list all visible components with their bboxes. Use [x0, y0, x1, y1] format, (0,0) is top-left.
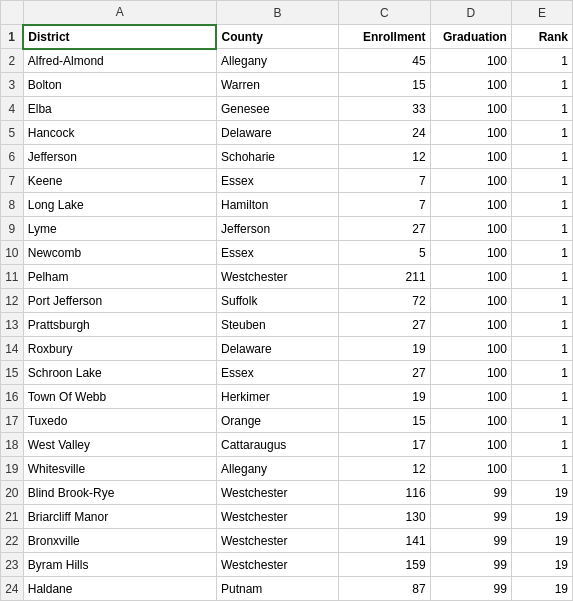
cell-enrollment[interactable]: 19 — [339, 385, 431, 409]
cell-graduation[interactable]: 99 — [430, 481, 511, 505]
cell-district[interactable]: Long Lake — [23, 193, 216, 217]
cell-county[interactable]: Allegany — [216, 49, 338, 73]
cell-county[interactable]: Essex — [216, 241, 338, 265]
cell-graduation[interactable]: 99 — [430, 553, 511, 577]
cell-graduation[interactable]: 100 — [430, 121, 511, 145]
cell-county[interactable]: Delaware — [216, 337, 338, 361]
cell-enrollment[interactable]: 87 — [339, 577, 431, 601]
cell-county[interactable]: Allegany — [216, 457, 338, 481]
cell-rank[interactable]: 1 — [511, 337, 572, 361]
cell-enrollment[interactable]: 5 — [339, 241, 431, 265]
cell-enrollment[interactable]: 116 — [339, 481, 431, 505]
cell-rank[interactable]: 1 — [511, 265, 572, 289]
cell-graduation[interactable]: 100 — [430, 361, 511, 385]
col-header-e[interactable]: E — [511, 1, 572, 25]
cell-rank[interactable]: 1 — [511, 217, 572, 241]
cell-county[interactable]: Westchester — [216, 481, 338, 505]
cell-county[interactable]: Westchester — [216, 553, 338, 577]
cell-county[interactable]: Warren — [216, 73, 338, 97]
cell-enrollment[interactable]: 12 — [339, 457, 431, 481]
cell-county[interactable]: Delaware — [216, 121, 338, 145]
col-header-b[interactable]: B — [216, 1, 338, 25]
cell-enrollment[interactable]: 15 — [339, 73, 431, 97]
cell-rank[interactable]: 1 — [511, 193, 572, 217]
cell-rank[interactable]: 1 — [511, 409, 572, 433]
cell-graduation[interactable]: 100 — [430, 73, 511, 97]
cell-enrollment[interactable]: 211 — [339, 265, 431, 289]
cell-district[interactable]: Haldane — [23, 577, 216, 601]
cell-district[interactable]: Newcomb — [23, 241, 216, 265]
cell-rank[interactable]: 1 — [511, 73, 572, 97]
cell-rank[interactable]: 19 — [511, 481, 572, 505]
cell-enrollment[interactable]: 17 — [339, 433, 431, 457]
cell-graduation[interactable]: 100 — [430, 241, 511, 265]
cell-district[interactable]: Schroon Lake — [23, 361, 216, 385]
cell-graduation[interactable]: 100 — [430, 217, 511, 241]
cell-rank[interactable]: 19 — [511, 505, 572, 529]
cell-district[interactable]: Roxbury — [23, 337, 216, 361]
cell-enrollment[interactable]: 33 — [339, 97, 431, 121]
cell-graduation[interactable]: 99 — [430, 505, 511, 529]
cell-graduation[interactable]: 99 — [430, 529, 511, 553]
cell-rank[interactable]: 1 — [511, 289, 572, 313]
cell-county[interactable]: Cattaraugus — [216, 433, 338, 457]
cell-county[interactable]: Hamilton — [216, 193, 338, 217]
cell-district[interactable]: Hancock — [23, 121, 216, 145]
cell-enrollment[interactable]: 141 — [339, 529, 431, 553]
cell-graduation[interactable]: 100 — [430, 145, 511, 169]
cell-district[interactable]: Port Jefferson — [23, 289, 216, 313]
cell-graduation[interactable]: 99 — [430, 577, 511, 601]
cell-district[interactable]: Pelham — [23, 265, 216, 289]
cell-rank[interactable]: 1 — [511, 385, 572, 409]
cell-enrollment[interactable]: 7 — [339, 193, 431, 217]
cell-county[interactable]: Suffolk — [216, 289, 338, 313]
cell-rank[interactable]: 19 — [511, 577, 572, 601]
cell-enrollment[interactable]: 27 — [339, 313, 431, 337]
cell-d1[interactable]: Graduation — [430, 25, 511, 49]
cell-district[interactable]: Tuxedo — [23, 409, 216, 433]
cell-rank[interactable]: 1 — [511, 361, 572, 385]
cell-rank[interactable]: 1 — [511, 241, 572, 265]
cell-county[interactable]: Jefferson — [216, 217, 338, 241]
cell-enrollment[interactable]: 130 — [339, 505, 431, 529]
cell-enrollment[interactable]: 72 — [339, 289, 431, 313]
cell-district[interactable]: Byram Hills — [23, 553, 216, 577]
cell-district[interactable]: Prattsburgh — [23, 313, 216, 337]
cell-district[interactable]: Briarcliff Manor — [23, 505, 216, 529]
cell-enrollment[interactable]: 159 — [339, 553, 431, 577]
cell-a1[interactable]: District — [23, 25, 216, 49]
cell-graduation[interactable]: 100 — [430, 97, 511, 121]
col-header-a[interactable]: A — [23, 1, 216, 25]
cell-enrollment[interactable]: 7 — [339, 169, 431, 193]
cell-rank[interactable]: 1 — [511, 49, 572, 73]
cell-county[interactable]: Essex — [216, 169, 338, 193]
cell-rank[interactable]: 19 — [511, 529, 572, 553]
cell-district[interactable]: Whitesville — [23, 457, 216, 481]
col-header-c[interactable]: C — [339, 1, 431, 25]
cell-rank[interactable]: 1 — [511, 433, 572, 457]
cell-county[interactable]: Westchester — [216, 265, 338, 289]
cell-e1[interactable]: Rank — [511, 25, 572, 49]
cell-district[interactable]: Elba — [23, 97, 216, 121]
cell-district[interactable]: West Valley — [23, 433, 216, 457]
cell-graduation[interactable]: 100 — [430, 337, 511, 361]
cell-district[interactable]: Lyme — [23, 217, 216, 241]
cell-district[interactable]: Blind Brook-Rye — [23, 481, 216, 505]
cell-district[interactable]: Alfred-Almond — [23, 49, 216, 73]
cell-rank[interactable]: 1 — [511, 145, 572, 169]
cell-district[interactable]: Jefferson — [23, 145, 216, 169]
cell-county[interactable]: Genesee — [216, 97, 338, 121]
cell-county[interactable]: Westchester — [216, 529, 338, 553]
cell-district[interactable]: Town Of Webb — [23, 385, 216, 409]
cell-rank[interactable]: 1 — [511, 97, 572, 121]
cell-rank[interactable]: 1 — [511, 457, 572, 481]
cell-graduation[interactable]: 100 — [430, 385, 511, 409]
cell-enrollment[interactable]: 12 — [339, 145, 431, 169]
cell-district[interactable]: Bronxville — [23, 529, 216, 553]
cell-enrollment[interactable]: 27 — [339, 361, 431, 385]
cell-county[interactable]: Essex — [216, 361, 338, 385]
cell-graduation[interactable]: 100 — [430, 49, 511, 73]
cell-c1[interactable]: Enrollment — [339, 25, 431, 49]
cell-rank[interactable]: 1 — [511, 121, 572, 145]
cell-graduation[interactable]: 100 — [430, 313, 511, 337]
